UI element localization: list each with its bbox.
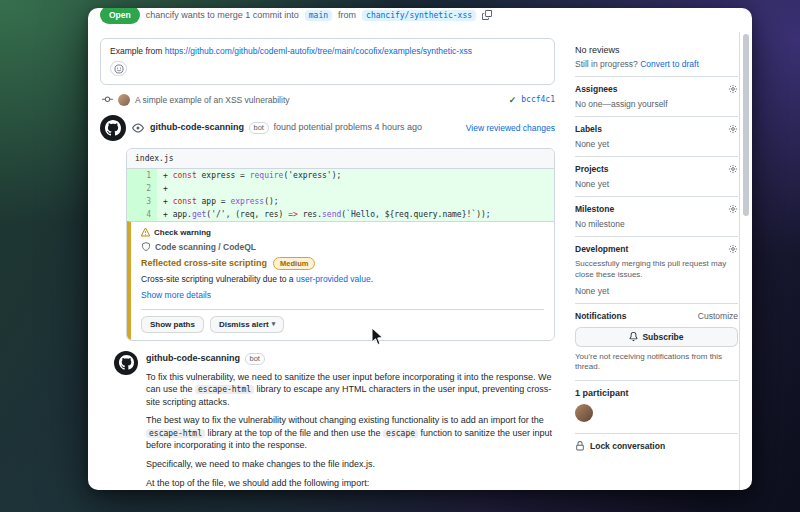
sidebar-development-section: Development Successfully merging this pu…	[575, 237, 738, 304]
subscribe-label: Subscribe	[642, 332, 683, 342]
description-text: Example from https://github.com/github/c…	[110, 46, 545, 56]
participant-avatar[interactable]	[575, 404, 593, 422]
subscribe-button[interactable]: Subscribe	[575, 327, 738, 347]
dismiss-alert-button[interactable]: Dismiss alert▾	[210, 316, 284, 333]
show-more-details-link[interactable]: Show more details	[141, 290, 211, 300]
code-text: + const express = require('express');	[157, 169, 554, 182]
pr-status-label: Open	[109, 10, 131, 20]
assignees-title: Assignees	[575, 84, 618, 94]
commit-sha-link[interactable]: bccf4c1	[521, 95, 555, 104]
code-lines: 1+ const express = require('express');2+…	[127, 169, 554, 221]
notifications-note: You're not receiving notifications from …	[575, 352, 738, 374]
check-warning-label: Check warning	[154, 228, 211, 237]
dismiss-alert-label: Dismiss alert	[219, 320, 269, 329]
bot-avatar[interactable]	[100, 115, 126, 141]
desktop-background: Open chancify wants to merge 1 commit in…	[0, 0, 800, 512]
from-text: from	[338, 10, 356, 20]
merge-description-text: chancify wants to merge 1 commit into	[146, 10, 299, 20]
bot-author-link[interactable]: github-code-scanning	[150, 122, 244, 132]
description-prefix: Example from	[110, 46, 165, 56]
labels-gear-icon[interactable]	[728, 124, 738, 134]
comment-paragraph: To fix this vulnerability, we need to sa…	[146, 371, 555, 409]
shield-icon	[141, 242, 151, 252]
user-provided-value-link[interactable]: user-provided value	[296, 274, 371, 284]
scroll-divider	[739, 32, 740, 490]
review-event-header: github-code-scanning bot found potential…	[100, 115, 555, 141]
dropdown-caret-icon: ▾	[272, 320, 276, 328]
diff-file-header[interactable]: index.js	[127, 149, 554, 169]
alert-title-row: Reflected cross-site scripting Medium	[141, 257, 544, 270]
pr-header-row: Open chancify wants to merge 1 commit in…	[100, 8, 728, 32]
add-reaction-button[interactable]	[110, 61, 127, 76]
lock-conversation-button[interactable]: Lock conversation	[575, 434, 738, 458]
sidebar-reviews-section: No reviews Still in progress? Convert to…	[575, 38, 738, 77]
mouse-cursor	[371, 327, 385, 347]
development-empty-text: None yet	[575, 286, 738, 296]
no-reviews-label: No reviews	[575, 45, 738, 55]
lock-conversation-label: Lock conversation	[590, 441, 665, 451]
bot-comment-body: To fix this vulnerability, we need to sa…	[146, 371, 555, 490]
line-number[interactable]: 3	[127, 195, 157, 208]
pr-sidebar: No reviews Still in progress? Convert to…	[565, 32, 752, 490]
view-reviewed-changes-link[interactable]: View reviewed changes	[466, 123, 555, 133]
line-number[interactable]: 2	[127, 182, 157, 195]
head-branch-label[interactable]: chancify/synthetic-xss	[362, 10, 476, 21]
example-repo-link[interactable]: https://github.com/github/codeml-autofix…	[165, 46, 472, 56]
lock-icon	[575, 441, 585, 451]
comment-paragraph: At the top of the file, we should add th…	[146, 477, 555, 490]
octocat-icon	[105, 120, 121, 136]
show-paths-button[interactable]: Show paths	[141, 316, 204, 333]
assignees-empty-text[interactable]: No one—assign yourself	[575, 99, 738, 109]
line-number[interactable]: 1	[127, 169, 157, 182]
code-line: 2+	[127, 182, 554, 195]
review-text: github-code-scanning bot found potential…	[150, 122, 422, 134]
scrollbar-thumb[interactable]	[743, 34, 749, 216]
customize-link[interactable]: Customize	[698, 311, 738, 321]
octocat-icon	[119, 355, 134, 370]
copy-branch-icon[interactable]	[482, 10, 492, 20]
convert-to-draft-link[interactable]: Convert to draft	[640, 59, 699, 69]
milestone-title: Milestone	[575, 204, 614, 214]
pr-content: Example from https://github.com/github/c…	[88, 32, 752, 490]
notifications-title: Notifications	[575, 311, 626, 321]
projects-gear-icon[interactable]	[728, 164, 738, 174]
sidebar-labels-section: Labels None yet	[575, 117, 738, 157]
alert-description: Cross-site scripting vulnerability due t…	[141, 274, 544, 284]
comment-author-link[interactable]: github-code-scanning	[146, 353, 240, 363]
eye-review-icon	[132, 122, 144, 134]
still-in-progress-text: Still in progress?	[575, 59, 640, 69]
code-line: 3+ const app = express();	[127, 195, 554, 208]
scanning-tool-label: Code scanning / CodeQL	[155, 242, 256, 252]
comment-bot-badge: bot	[245, 353, 265, 365]
assignees-gear-icon[interactable]	[728, 84, 738, 94]
code-text: + const app = express();	[157, 195, 554, 208]
commit-message-link[interactable]: A simple example of an XSS vulnerability	[135, 95, 290, 105]
bot-badge: bot	[249, 122, 269, 134]
code-text: + app.get('/', (req, res) => res.send(`H…	[157, 208, 554, 221]
commit-author-avatar[interactable]	[118, 94, 130, 106]
milestone-gear-icon[interactable]	[728, 204, 738, 214]
bot-comment-header: github-code-scanning bot	[146, 353, 555, 365]
code-line: 4+ app.get('/', (req, res) => res.send(`…	[127, 208, 554, 221]
bot-comment-avatar[interactable]	[114, 351, 138, 375]
alert-desc-prefix: Cross-site scripting vulnerability due t…	[141, 274, 296, 284]
comment-paragraph: Specifically, we need to make changes to…	[146, 458, 555, 471]
draft-hint: Still in progress? Convert to draft	[575, 59, 738, 69]
pr-status-badge: Open	[100, 8, 140, 24]
severity-badge: Medium	[273, 257, 315, 270]
code-text: +	[157, 182, 554, 195]
development-gear-icon[interactable]	[728, 244, 738, 254]
base-branch-label[interactable]: main	[305, 10, 332, 21]
alert-desc-suffix: .	[371, 274, 373, 284]
commit-event: A simple example of an XSS vulnerability…	[102, 94, 555, 106]
alert-actions-row: Show paths Dismiss alert▾	[141, 309, 544, 333]
line-number[interactable]: 4	[127, 208, 157, 221]
pr-timeline: Example from https://github.com/github/c…	[88, 32, 565, 490]
sidebar-assignees-section: Assignees No one—assign yourself	[575, 77, 738, 117]
development-title: Development	[575, 244, 628, 254]
development-note: Successfully merging this pull request m…	[575, 259, 738, 281]
milestone-empty-text: No milestone	[575, 219, 738, 229]
alert-title: Reflected cross-site scripting	[141, 258, 267, 268]
checks-passed-icon[interactable]: ✓	[509, 95, 517, 105]
comment-paragraph: The best way to fix the vulnerability wi…	[146, 414, 555, 452]
